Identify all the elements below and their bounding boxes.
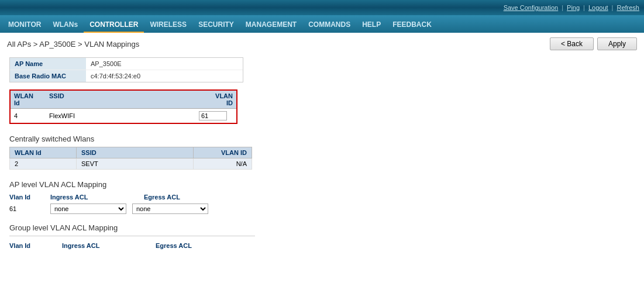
refresh-link[interactable]: Refresh	[617, 4, 639, 11]
ap-acl-col-vlanid: Vlan Id	[9, 192, 50, 202]
vlan-id-input[interactable]	[199, 111, 227, 120]
cs-col-wlanid: WLAN Id	[10, 147, 77, 158]
col-vlanid-header: VLANID	[195, 91, 236, 108]
group-acl-title: Group level VLAN ACL Mapping	[9, 223, 635, 232]
ap-acl-col-ingress: Ingress ACL	[50, 192, 144, 202]
cs-row-vlanid: N/A	[194, 158, 252, 170]
content: AP Name AP_3500E Base Radio MAC c4:7d:4f…	[0, 54, 644, 265]
nav-monitor[interactable]: MONITOR	[2, 18, 47, 33]
nav-bar: MONITOR WLANs CONTROLLER WIRELESS SECURI…	[0, 15, 644, 33]
save-config-link[interactable]: Save Configuration	[504, 4, 559, 11]
action-buttons: < Back Apply	[550, 37, 637, 50]
vlan-row-wlanid: 4	[11, 110, 46, 122]
ap-name-row: AP Name AP_3500E	[10, 58, 243, 70]
group-acl-col-vlanid: Vlan Id	[9, 241, 62, 250]
cs-col-vlanid: VLAN ID	[194, 147, 252, 158]
vlan-table: WLANId SSID VLANID 4 FlexWIFI	[9, 89, 237, 124]
sep2: |	[583, 4, 585, 11]
vlan-header: WLANId SSID VLANID	[11, 91, 236, 109]
cs-row-wlanid: 2	[10, 158, 77, 170]
breadcrumb: All APs > AP_3500E > VLAN Mappings	[7, 40, 139, 49]
base-radio-label: Base Radio MAC	[10, 70, 86, 82]
group-acl-divider	[9, 236, 255, 236]
base-radio-value: c4:7d:4f:53:24:e0	[86, 70, 145, 82]
logout-link[interactable]: Logout	[588, 4, 608, 11]
cs-col-ssid: SSID	[77, 147, 194, 158]
nav-feedback[interactable]: FEEDBACK	[387, 18, 438, 33]
ap-acl-col-egress: Egress ACL	[144, 192, 237, 202]
col-wlanid-header: WLANId	[11, 91, 46, 108]
ap-name-label: AP Name	[10, 58, 86, 70]
ap-acl-ingress-select[interactable]: none	[50, 204, 126, 214]
col-ssid-header: SSID	[46, 91, 195, 108]
ap-name-value: AP_3500E	[86, 58, 126, 70]
vlan-row-ssid: FlexWIFI	[46, 110, 195, 122]
group-acl-header: Vlan Id Ingress ACL Egress ACL	[9, 241, 635, 250]
group-acl-col-egress: Egress ACL	[156, 241, 249, 250]
vlan-row-0: 4 FlexWIFI	[11, 109, 236, 123]
breadcrumb-bar: All APs > AP_3500E > VLAN Mappings < Bac…	[0, 33, 644, 54]
nav-controller[interactable]: CONTROLLER	[84, 18, 144, 33]
ap-acl-title: AP level VLAN ACL Mapping	[9, 180, 635, 189]
group-acl-section: Group level VLAN ACL Mapping Vlan Id Ing…	[9, 223, 635, 250]
cs-row-0: 2 SEVT N/A	[10, 158, 252, 170]
ap-acl-vlanid-value: 61	[9, 204, 50, 213]
ap-info-table: AP Name AP_3500E Base Radio MAC c4:7d:4f…	[9, 57, 243, 82]
ap-acl-egress-select[interactable]: none	[132, 204, 208, 214]
nav-security[interactable]: SECURITY	[192, 18, 240, 33]
ap-acl-data-row: 61 none none	[9, 204, 635, 214]
nav-commands[interactable]: COMMANDS	[302, 18, 356, 33]
ap-acl-header: Vlan Id Ingress ACL Egress ACL	[9, 192, 635, 202]
ap-acl-section: AP level VLAN ACL Mapping Vlan Id Ingres…	[9, 180, 635, 214]
centrally-switched-title: Centrally switched Wlans	[9, 135, 635, 143]
cs-header-row: WLAN Id SSID VLAN ID	[10, 147, 252, 158]
back-button[interactable]: < Back	[550, 37, 594, 50]
nav-management[interactable]: MANAGEMENT	[240, 18, 302, 33]
group-acl-col-ingress: Ingress ACL	[62, 241, 156, 250]
centrally-switched-table: WLAN Id SSID VLAN ID 2 SEVT N/A	[9, 147, 252, 170]
sep3: |	[612, 4, 614, 11]
centrally-switched-section: Centrally switched Wlans WLAN Id SSID VL…	[9, 135, 635, 170]
sep1: |	[562, 4, 563, 11]
nav-wlans[interactable]: WLANs	[47, 18, 84, 33]
nav-help[interactable]: HELP	[356, 18, 387, 33]
cs-row-ssid: SEVT	[77, 158, 194, 170]
nav-wireless[interactable]: WIRELESS	[144, 18, 192, 33]
base-radio-row: Base Radio MAC c4:7d:4f:53:24:e0	[10, 70, 243, 82]
ping-link[interactable]: Ping	[567, 4, 580, 11]
top-bar: Save Configuration | Ping | Logout | Ref…	[0, 0, 644, 15]
apply-button[interactable]: Apply	[597, 37, 637, 50]
vlan-row-vlanid	[195, 109, 236, 123]
